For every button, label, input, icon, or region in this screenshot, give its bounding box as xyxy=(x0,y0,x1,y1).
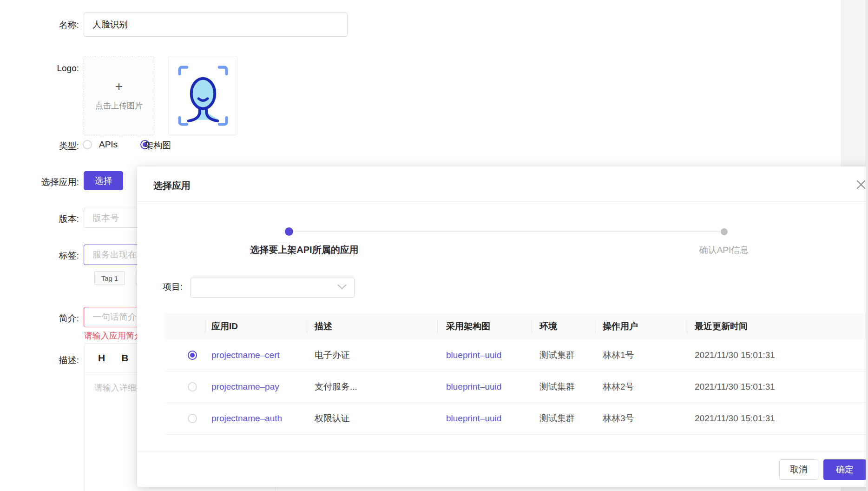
tags-label: 标签: xyxy=(9,250,79,262)
cell-updated: 2021/11/30 15:01:31 xyxy=(695,403,775,434)
page-scrollbar[interactable] xyxy=(866,0,868,491)
header-separator xyxy=(437,319,438,333)
cell-app-id[interactable]: projectname–cert xyxy=(211,339,280,371)
row-radio[interactable] xyxy=(188,382,197,391)
cell-env: 测试集群 xyxy=(539,339,575,371)
radio-blueprint-label[interactable]: 架构图 xyxy=(145,139,171,152)
step2-label: 确认API信息 xyxy=(699,244,749,256)
cell-updated: 2021/11/30 15:01:31 xyxy=(695,339,775,371)
logo-upload-box[interactable]: + 点击上传图片 xyxy=(84,56,154,135)
cell-app-id[interactable]: projectname–pay xyxy=(211,371,279,403)
cell-blueprint[interactable]: blueprint–uuid xyxy=(446,371,501,403)
col-blueprint: 采用架构图 xyxy=(446,313,490,339)
modal-title: 选择应用 xyxy=(153,179,191,192)
header-separator xyxy=(595,319,595,333)
cell-desc: 电子办证 xyxy=(315,339,350,371)
col-desc: 描述 xyxy=(315,313,332,339)
cell-env: 测试集群 xyxy=(539,371,575,403)
table-row[interactable]: projectname–auth 权限认证 blueprint–uuid 测试集… xyxy=(165,403,868,435)
logo-preview[interactable] xyxy=(168,56,237,135)
plus-icon: + xyxy=(115,80,123,93)
header-separator xyxy=(532,319,532,333)
select-app-button[interactable]: 选择 xyxy=(84,171,123,190)
col-operator: 操作用户 xyxy=(603,313,638,339)
col-updated: 最近更新时间 xyxy=(695,313,748,339)
type-label: 类型: xyxy=(9,140,79,152)
heading-tool-icon[interactable]: H xyxy=(98,352,105,364)
step1-dot xyxy=(285,227,293,236)
cell-operator: 林林2号 xyxy=(603,371,634,403)
cell-updated: 2021/11/30 15:01:31 xyxy=(695,371,775,403)
table-header: 应用ID 描述 采用架构图 环境 操作用户 最近更新时间 xyxy=(165,313,868,339)
cell-desc: 支付服务... xyxy=(315,371,357,403)
logo-label: Logo: xyxy=(9,63,79,73)
table-row[interactable]: projectname–cert 电子办证 blueprint–uuid 测试集… xyxy=(165,339,868,372)
cell-operator: 林林1号 xyxy=(603,339,634,371)
modal-footer-divider xyxy=(137,451,868,451)
chevron-down-icon[interactable] xyxy=(337,284,347,292)
row-radio[interactable] xyxy=(188,414,197,423)
step1-label: 选择要上架API所属的应用 xyxy=(250,244,358,256)
desc-label: 描述: xyxy=(9,354,79,366)
confirm-button[interactable]: 确定 xyxy=(823,459,866,480)
row-radio-checked[interactable] xyxy=(188,351,197,360)
select-app-label: 选择应用: xyxy=(9,176,79,188)
select-app-modal: 选择应用 选择要上架API所属的应用 确认API信息 项目: 应用ID 描述 采… xyxy=(137,166,868,487)
col-app-id: 应用ID xyxy=(211,313,238,339)
col-env: 环境 xyxy=(539,313,557,339)
name-label: 名称: xyxy=(9,19,79,31)
tag-item[interactable]: Tag 1 xyxy=(94,271,125,285)
table-row[interactable]: projectname–pay 支付服务... blueprint–uuid 测… xyxy=(165,371,868,403)
project-select[interactable] xyxy=(191,278,355,298)
intro-label: 简介: xyxy=(9,312,79,325)
face-scan-icon xyxy=(175,63,231,129)
upload-hint: 点击上传图片 xyxy=(95,100,143,111)
header-separator xyxy=(205,319,205,333)
step2-dot xyxy=(721,228,728,235)
intro-error-text: 请输入应用简介 xyxy=(84,330,143,341)
cell-desc: 权限认证 xyxy=(315,403,350,434)
modal-header-divider xyxy=(137,201,868,202)
project-label: 项目: xyxy=(163,281,183,293)
header-separator xyxy=(687,319,687,333)
name-input[interactable] xyxy=(84,13,348,37)
cell-env: 测试集群 xyxy=(539,403,575,434)
radio-apis[interactable] xyxy=(83,140,92,149)
stepper-line xyxy=(295,231,720,232)
cancel-button[interactable]: 取消 xyxy=(779,459,818,480)
radio-apis-label[interactable]: APIs xyxy=(99,139,118,150)
cell-blueprint[interactable]: blueprint–uuid xyxy=(446,403,501,434)
cell-operator: 林林3号 xyxy=(603,403,634,434)
header-separator xyxy=(307,319,307,333)
app-page: 名称: Logo: + 点击上传图片 类型: APIs 架构图 选择应用: 选择… xyxy=(0,0,868,491)
bold-tool-icon[interactable]: B xyxy=(121,352,128,364)
cell-blueprint[interactable]: blueprint–uuid xyxy=(446,339,501,371)
version-label: 版本: xyxy=(9,213,79,225)
cell-app-id[interactable]: projectname–auth xyxy=(211,403,282,434)
